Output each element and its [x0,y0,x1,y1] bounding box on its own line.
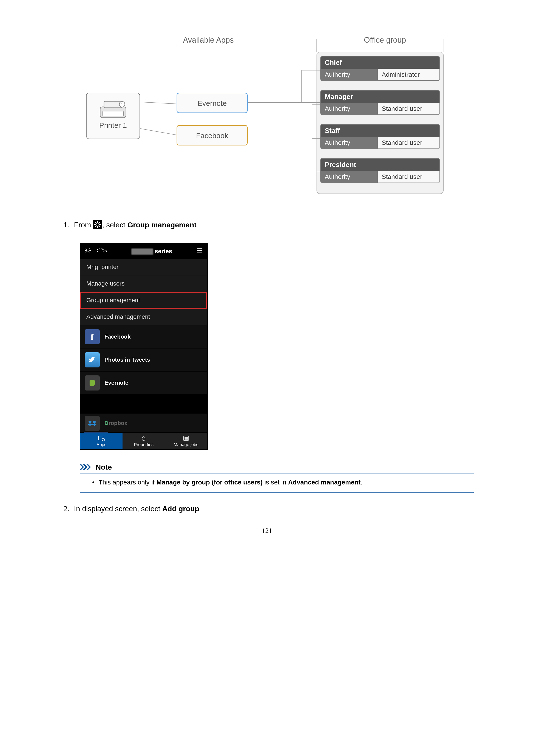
office-group-title: Office group [364,36,406,44]
role-card-president: President Authority Standard user [320,158,440,183]
tab-label: Properties [122,442,165,447]
connector-line [301,70,302,103]
role-name: Staff [321,124,440,137]
svg-line-11 [99,226,100,227]
svg-line-10 [95,222,96,223]
connector-line [312,104,320,104]
step-target: Group management [127,221,196,229]
step-2: 2. In displayed screen, select Add group [63,504,474,514]
phone-title: XXXXXXseries [107,248,196,255]
role-auth-value: Standard user [378,137,440,148]
role-auth-value: Administrator [378,69,440,80]
svg-line-22 [89,248,90,249]
app-row-evernote[interactable]: Evernote [80,371,207,394]
note-body: • This appears only if Manage by group (… [92,479,474,486]
tab-label: Manage jobs [165,442,207,447]
note-text: . [361,479,362,486]
gear-icon [93,220,102,229]
connector-line [312,70,312,171]
menu-item-manage-users[interactable]: Manage users [80,275,207,292]
frame-line [444,39,444,52]
app-label: Photos in Tweets [104,357,150,363]
tab-manage-jobs[interactable]: Manage jobs [165,433,207,449]
hamburger-icon[interactable] [196,248,203,255]
note-bold-1: Manage by group (for office users) [156,479,263,486]
tab-label: Apps [80,442,122,447]
role-auth-label: Authority [321,69,378,80]
chevron-down-icon[interactable]: ▾ [105,249,107,254]
note-bold-2: Advanced management [288,479,361,486]
note-text: is set in [263,479,288,486]
svg-line-12 [95,226,96,227]
facebook-icon: f [85,329,100,344]
tab-properties[interactable]: Properties [122,433,165,449]
role-auth-label: Authority [321,171,378,182]
menu-item-advanced-management[interactable]: Advanced management [80,309,207,325]
note-block: Note • This appears only if Manage by gr… [80,463,474,493]
note-label: Note [96,463,112,471]
svg-marker-26 [88,421,92,423]
svg-text:1: 1 [121,102,123,106]
role-card-staff: Staff Authority Standard user [320,124,440,149]
frame-line [316,39,317,52]
frame-line [414,39,444,39]
bullet: • [92,479,97,486]
phone-screenshot: ▾ XXXXXXseries Mng. printer Manage users… [80,243,208,450]
chevrons-icon [80,464,93,471]
svg-rect-30 [98,436,103,440]
app-evernote-box: Evernote [177,93,248,113]
svg-point-14 [86,249,89,252]
cloud-icon[interactable] [96,248,105,255]
evernote-icon [85,375,100,391]
app-row-photos-in-tweets[interactable]: Photos in Tweets [80,348,207,371]
svg-rect-2 [103,111,123,116]
role-name: Manager [321,91,440,103]
page-number: 121 [60,527,474,535]
app-label: Facebook [104,334,131,340]
role-name: Chief [321,56,440,69]
app-facebook-box: Facebook [177,125,248,146]
tab-apps[interactable]: Apps [80,433,122,449]
role-auth-value: Standard user [378,171,440,182]
phone-topbar: ▾ XXXXXXseries [80,244,207,259]
step-1: 1. From , select Group management [63,220,474,230]
menu-item-group-management[interactable]: Group management [80,292,207,309]
app-row-facebook[interactable]: f Facebook [80,325,207,348]
blurred-text: XXXXXX [131,249,153,255]
svg-marker-36 [80,464,84,470]
role-card-manager: Manager Authority Standard user [320,90,440,115]
app-label-first-letter: D [104,420,109,426]
frame-line [316,39,359,39]
app-row-dropbox[interactable]: Dropbox [80,413,207,432]
note-text: This appears only if [99,479,156,486]
step-target: Add group [162,504,199,513]
connector-line [312,70,320,70]
svg-marker-28 [88,423,92,426]
svg-line-21 [86,252,86,253]
app-label: Evernote [104,380,128,386]
printer-icon: 1 [98,98,128,120]
phone-title-suffix: series [155,248,172,255]
printer-label: Printer 1 [87,121,140,129]
svg-point-5 [96,223,99,226]
svg-marker-29 [92,423,96,426]
step-text: In displayed screen, select [74,504,162,513]
printer-box: 1 Printer 1 [86,93,140,139]
svg-marker-27 [92,421,96,423]
connector-line [301,102,320,103]
step-text: , select [102,221,127,229]
app-label-rest: ropbox [109,420,127,426]
role-card-chief: Chief Authority Administrator [320,56,440,81]
role-auth-label: Authority [321,137,378,148]
bottom-tabbar: Apps Properties Manage jobs [80,433,207,449]
svg-line-13 [99,222,100,223]
menu-item-mng-printer[interactable]: Mng. printer [80,259,207,275]
connector-line [312,171,320,171]
connector-line [312,138,320,139]
available-apps-title: Available Apps [183,36,234,44]
connector-line [140,102,178,104]
gear-icon[interactable] [85,247,91,255]
note-header: Note [80,463,474,473]
step-number: 2. [63,504,72,514]
step-number: 1. [63,220,72,230]
